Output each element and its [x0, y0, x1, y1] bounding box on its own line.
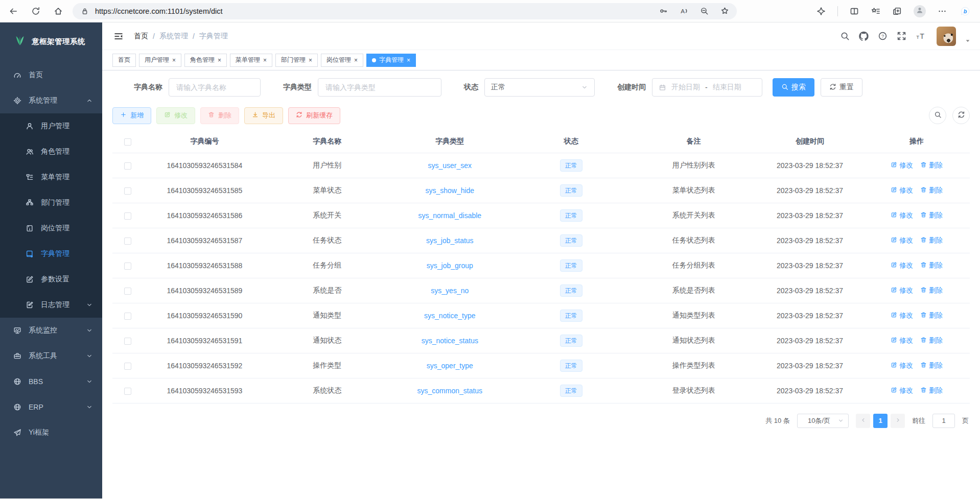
row-edit-button[interactable]: 修改 [891, 336, 913, 345]
row-edit-button[interactable]: 修改 [891, 261, 913, 270]
tab-menu-mgmt[interactable]: 菜单管理× [230, 54, 272, 67]
tab-role-mgmt[interactable]: 角色管理× [184, 54, 227, 67]
dict-type-link[interactable]: sys_job_group [427, 262, 473, 270]
fullscreen-icon[interactable] [897, 31, 907, 41]
github-icon[interactable] [859, 31, 869, 41]
lock-icon[interactable] [80, 6, 90, 16]
tab-dict-mgmt[interactable]: 字典管理× [366, 54, 416, 67]
row-checkbox[interactable] [124, 363, 131, 370]
delete-button[interactable]: 删除 [200, 107, 239, 124]
row-delete-button[interactable]: 删除 [920, 311, 943, 320]
row-delete-button[interactable]: 删除 [920, 361, 943, 370]
tab-home[interactable]: 首页 [112, 54, 136, 67]
sidebar-item-yi-framework[interactable]: Yi框架 [0, 420, 102, 445]
close-tab-icon[interactable]: × [263, 57, 267, 63]
help-icon[interactable]: ? [878, 31, 888, 41]
sidebar-item-user-mgmt[interactable]: 用户管理 [0, 113, 102, 139]
collapse-sidebar-icon[interactable] [113, 31, 124, 41]
close-tab-icon[interactable]: × [354, 57, 358, 63]
row-delete-button[interactable]: 删除 [920, 336, 943, 345]
sidebar-item-dict-mgmt[interactable]: 字典管理 [0, 241, 102, 267]
search-button[interactable]: 搜索 [773, 78, 814, 97]
select-all-checkbox[interactable] [124, 138, 131, 146]
dict-name-input[interactable] [169, 78, 261, 97]
sidebar-item-bbs[interactable]: BBS [0, 369, 102, 394]
row-edit-button[interactable]: 修改 [891, 386, 913, 395]
avatar-caret-down-icon[interactable] [965, 37, 971, 43]
show-search-button[interactable] [929, 107, 946, 124]
row-checkbox[interactable] [124, 212, 131, 220]
copilot-icon[interactable]: b [959, 5, 972, 18]
app-logo[interactable]: 意框架管理系统 [0, 22, 102, 60]
tab-post-mgmt[interactable]: 岗位管理× [321, 54, 363, 67]
browser-profile-avatar[interactable] [914, 5, 926, 17]
row-delete-button[interactable]: 删除 [920, 236, 943, 245]
row-edit-button[interactable]: 修改 [891, 286, 913, 295]
edit-button[interactable]: 修改 [156, 107, 195, 124]
browser-reload-icon[interactable] [31, 6, 41, 16]
address-bar[interactable]: https://ccnetcore.com:1101/system/dict A [73, 3, 737, 19]
row-checkbox[interactable] [124, 187, 131, 195]
row-edit-button[interactable]: 修改 [891, 236, 913, 245]
row-checkbox[interactable] [124, 263, 131, 270]
dict-type-link[interactable]: sys_common_status [417, 387, 482, 395]
row-edit-button[interactable]: 修改 [891, 361, 913, 370]
goto-page-input[interactable] [932, 414, 955, 428]
sidebar-item-sys-monitor[interactable]: 系统监控 [0, 318, 102, 343]
read-aloud-icon[interactable]: A [679, 6, 689, 16]
sidebar-item-post-mgmt[interactable]: 岗位管理 [0, 216, 102, 241]
row-delete-button[interactable]: 删除 [920, 386, 943, 395]
row-delete-button[interactable]: 删除 [920, 161, 943, 170]
favorites-icon[interactable] [871, 6, 881, 16]
row-checkbox[interactable] [124, 237, 131, 245]
row-checkbox[interactable] [124, 388, 131, 395]
tab-user-mgmt[interactable]: 用户管理× [139, 54, 181, 67]
font-size-icon[interactable]: TT [916, 31, 926, 41]
browser-back-icon[interactable] [8, 6, 18, 16]
prev-page-button[interactable] [856, 414, 870, 428]
page-size-select[interactable]: 10条/页 [797, 414, 849, 428]
row-checkbox[interactable] [124, 338, 131, 345]
dict-type-link[interactable]: sys_job_status [426, 236, 474, 245]
close-tab-icon[interactable]: × [218, 57, 221, 63]
close-tab-icon[interactable]: × [172, 57, 176, 63]
sidebar-item-sys-tools[interactable]: 系统工具 [0, 343, 102, 369]
split-screen-icon[interactable] [849, 6, 859, 16]
dict-type-link[interactable]: sys_show_hide [425, 186, 474, 195]
close-tab-icon[interactable]: × [407, 57, 410, 63]
row-checkbox[interactable] [124, 313, 131, 320]
extensions-icon[interactable] [816, 6, 826, 16]
sidebar-item-erp[interactable]: ERP [0, 394, 102, 420]
sidebar-item-role-mgmt[interactable]: 角色管理 [0, 139, 102, 164]
add-favorite-icon[interactable] [719, 6, 730, 16]
row-delete-button[interactable]: 删除 [920, 261, 943, 270]
dict-type-link[interactable]: sys_notice_status [422, 337, 478, 345]
sidebar-item-log-mgmt[interactable]: 日志管理 [0, 292, 102, 318]
row-edit-button[interactable]: 修改 [891, 311, 913, 320]
reset-button[interactable]: 重置 [821, 78, 862, 97]
dict-type-link[interactable]: sys_notice_type [424, 312, 475, 320]
tab-dept-mgmt[interactable]: 部门管理× [275, 54, 318, 67]
browser-home-icon[interactable] [53, 6, 63, 16]
row-checkbox[interactable] [124, 162, 131, 170]
page-number-1[interactable]: 1 [873, 414, 888, 428]
status-select[interactable]: 正常 [484, 78, 595, 97]
date-range-picker[interactable]: 开始日期 - 结束日期 [652, 78, 762, 97]
row-delete-button[interactable]: 删除 [920, 286, 943, 295]
dict-type-input[interactable] [318, 78, 441, 97]
dict-type-link[interactable]: sys_yes_no [431, 287, 469, 295]
dict-type-link[interactable]: sys_normal_disable [418, 211, 481, 220]
row-edit-button[interactable]: 修改 [891, 186, 913, 195]
sidebar-item-dept-mgmt[interactable]: 部门管理 [0, 190, 102, 216]
refresh-table-button[interactable] [952, 107, 970, 124]
refresh-cache-button[interactable]: 刷新缓存 [288, 107, 340, 124]
next-page-button[interactable] [891, 414, 905, 428]
breadcrumb-item[interactable]: 系统管理 [159, 32, 188, 41]
row-delete-button[interactable]: 删除 [920, 186, 943, 195]
sidebar-item-param-config[interactable]: 参数设置 [0, 267, 102, 292]
close-tab-icon[interactable]: × [309, 57, 312, 63]
url-text[interactable]: https://ccnetcore.com:1101/system/dict [95, 7, 653, 15]
dict-type-link[interactable]: sys_oper_type [427, 362, 473, 370]
header-search-icon[interactable] [840, 31, 850, 41]
password-key-icon[interactable] [658, 6, 668, 16]
